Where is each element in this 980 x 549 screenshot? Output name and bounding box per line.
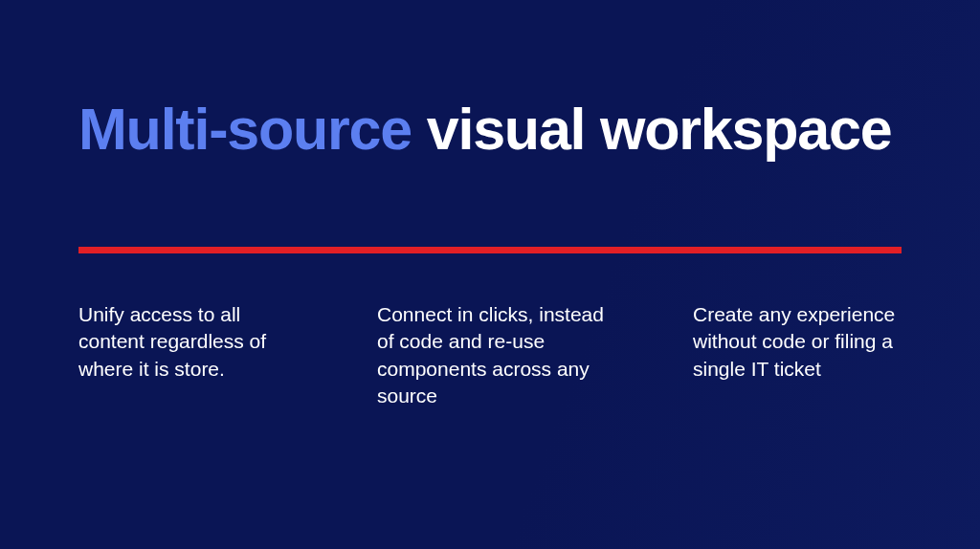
headline-rest: visual workspace	[412, 97, 891, 162]
column-text: Connect in clicks, instead of code and r…	[377, 301, 616, 409]
column-3: Create any experience without code or fi…	[693, 301, 913, 409]
divider	[78, 247, 902, 253]
page-title: Multi-source visual workspace	[78, 96, 902, 163]
headline-accent: Multi-source	[78, 97, 412, 162]
slide-content: Multi-source visual workspace Unify acce…	[0, 0, 980, 410]
column-text: Create any experience without code or fi…	[693, 301, 913, 383]
column-1: Unify access to all content regardless o…	[78, 301, 301, 409]
column-text: Unify access to all content regardless o…	[78, 301, 301, 383]
columns-row: Unify access to all content regardless o…	[78, 301, 902, 409]
column-2: Connect in clicks, instead of code and r…	[377, 301, 616, 409]
